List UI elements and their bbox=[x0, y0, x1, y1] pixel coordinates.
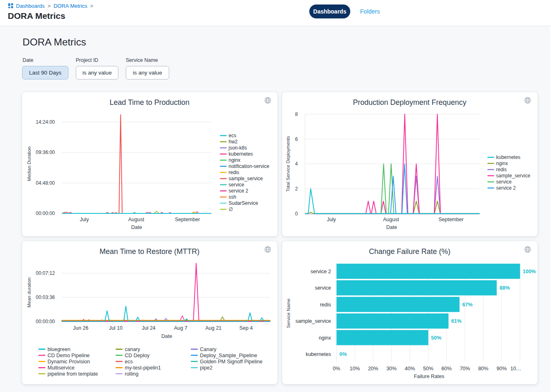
svg-text:Aug 7: Aug 7 bbox=[174, 325, 188, 331]
svg-text:kubernetes: kubernetes bbox=[306, 351, 331, 357]
svg-text:Deploy_Sample_Pipeline: Deploy_Sample_Pipeline bbox=[200, 353, 257, 358]
svg-text:Mean Time to Restore (MTTR): Mean Time to Restore (MTTR) bbox=[100, 247, 200, 256]
svg-text:Total Service Deployments: Total Service Deployments bbox=[286, 136, 290, 192]
svg-text:ecs: ecs bbox=[125, 359, 133, 365]
svg-text:September: September bbox=[175, 217, 200, 222]
svg-text:00:07:12: 00:07:12 bbox=[36, 270, 55, 276]
svg-text:Failure Rates: Failure Rates bbox=[414, 374, 444, 379]
svg-text:60%: 60% bbox=[442, 366, 452, 372]
svg-text:0%: 0% bbox=[333, 366, 340, 372]
svg-text:50%: 50% bbox=[431, 335, 441, 341]
svg-text:notification-service: notification-service bbox=[229, 163, 270, 169]
svg-text:10%: 10% bbox=[350, 366, 360, 372]
svg-text:Aug 21: Aug 21 bbox=[205, 325, 222, 331]
svg-text:70%: 70% bbox=[460, 366, 470, 372]
svg-text:August: August bbox=[128, 217, 144, 222]
svg-text:kubernetes: kubernetes bbox=[496, 154, 520, 160]
svg-text:sample_service: sample_service bbox=[229, 176, 263, 181]
svg-text:04:48:00: 04:48:00 bbox=[36, 180, 55, 186]
svg-text:Sep 4: Sep 4 bbox=[239, 325, 253, 331]
svg-text:redis: redis bbox=[229, 170, 239, 175]
svg-text:Date: Date bbox=[131, 224, 142, 230]
svg-text:pipeline from template: pipeline from template bbox=[48, 371, 98, 377]
svg-text:service: service bbox=[315, 285, 331, 291]
svg-text:json-k8s: json-k8s bbox=[228, 145, 247, 151]
svg-text:service 2: service 2 bbox=[496, 185, 516, 191]
svg-text:ssh: ssh bbox=[229, 194, 236, 200]
svg-text:61%: 61% bbox=[451, 318, 462, 324]
svg-text:CD Demo Pipeline: CD Demo Pipeline bbox=[48, 353, 90, 358]
svg-text:CD Deploy: CD Deploy bbox=[125, 353, 150, 358]
svg-text:2: 2 bbox=[295, 186, 298, 192]
svg-text:00:00:00: 00:00:00 bbox=[36, 319, 55, 324]
svg-text:50%: 50% bbox=[423, 366, 433, 372]
svg-text:nginx: nginx bbox=[496, 161, 508, 166]
svg-text:service 2: service 2 bbox=[229, 188, 248, 194]
svg-text:canary: canary bbox=[125, 347, 141, 352]
svg-text:Jun 26: Jun 26 bbox=[73, 325, 88, 331]
svg-text:88%: 88% bbox=[500, 285, 510, 291]
svg-text:Multiservice: Multiservice bbox=[48, 365, 75, 371]
svg-text:redis: redis bbox=[320, 302, 331, 308]
svg-text:nginx: nginx bbox=[319, 335, 331, 341]
svg-text:pipe2: pipe2 bbox=[200, 365, 213, 371]
svg-text:20%: 20% bbox=[368, 366, 378, 372]
svg-text:10…: 10… bbox=[510, 366, 521, 372]
svg-text:09:36:00: 09:36:00 bbox=[36, 150, 55, 155]
svg-text:Date: Date bbox=[386, 224, 397, 230]
svg-text:00:00:00: 00:00:00 bbox=[36, 211, 55, 216]
svg-text:service 2: service 2 bbox=[311, 269, 331, 274]
svg-text:sample_service: sample_service bbox=[295, 318, 331, 324]
svg-text:4: 4 bbox=[295, 161, 298, 167]
svg-text:Dynamic Provision: Dynamic Provision bbox=[48, 359, 90, 365]
svg-text:Mean duration: Mean duration bbox=[27, 277, 32, 308]
svg-text:Production Deployment Frequenc: Production Deployment Frequency bbox=[353, 98, 466, 106]
svg-text:redis: redis bbox=[496, 167, 507, 172]
svg-text:30%: 30% bbox=[386, 366, 397, 372]
svg-text:80%: 80% bbox=[478, 366, 488, 372]
svg-text:August: August bbox=[383, 217, 399, 222]
svg-text:∅: ∅ bbox=[229, 206, 233, 212]
svg-text:my-test-pipelin1: my-test-pipelin1 bbox=[125, 365, 161, 371]
svg-text:00:03:36: 00:03:36 bbox=[36, 295, 55, 300]
svg-text:hw2: hw2 bbox=[229, 139, 238, 145]
svg-text:bluegreen: bluegreen bbox=[48, 347, 70, 352]
svg-text:6: 6 bbox=[295, 136, 298, 142]
svg-text:90%: 90% bbox=[497, 366, 507, 372]
svg-text:service: service bbox=[496, 179, 512, 185]
svg-text:67%: 67% bbox=[463, 302, 473, 308]
svg-text:Change Failure Rate (%): Change Failure Rate (%) bbox=[369, 247, 450, 256]
svg-text:Jul 24: Jul 24 bbox=[142, 325, 155, 331]
svg-text:Service Name: Service Name bbox=[286, 299, 291, 328]
svg-text:sample_service: sample_service bbox=[496, 173, 531, 179]
svg-text:100%: 100% bbox=[523, 269, 536, 274]
svg-text:Lead Time to Production: Lead Time to Production bbox=[109, 98, 189, 106]
svg-text:0%: 0% bbox=[340, 351, 347, 357]
svg-text:Canary: Canary bbox=[200, 347, 217, 352]
svg-text:July: July bbox=[80, 217, 89, 222]
svg-text:rolling: rolling bbox=[125, 371, 138, 377]
svg-text:Date: Date bbox=[161, 333, 172, 339]
svg-text:service: service bbox=[229, 182, 244, 188]
svg-text:nginx: nginx bbox=[229, 157, 240, 163]
svg-text:September: September bbox=[438, 217, 463, 222]
svg-text:kubernetes: kubernetes bbox=[229, 151, 253, 157]
svg-text:40%: 40% bbox=[405, 366, 415, 372]
svg-text:Golden PM Signoff Pipeline: Golden PM Signoff Pipeline bbox=[200, 359, 263, 365]
svg-text:SudarService: SudarService bbox=[229, 200, 258, 206]
svg-text:Jul 10: Jul 10 bbox=[109, 325, 122, 331]
svg-text:July: July bbox=[327, 217, 336, 222]
svg-text:Median Duration: Median Duration bbox=[27, 147, 32, 181]
svg-text:14:24:00: 14:24:00 bbox=[36, 119, 55, 125]
svg-text:0: 0 bbox=[295, 211, 298, 217]
svg-text:ecs: ecs bbox=[229, 133, 236, 138]
svg-text:8: 8 bbox=[295, 111, 298, 117]
